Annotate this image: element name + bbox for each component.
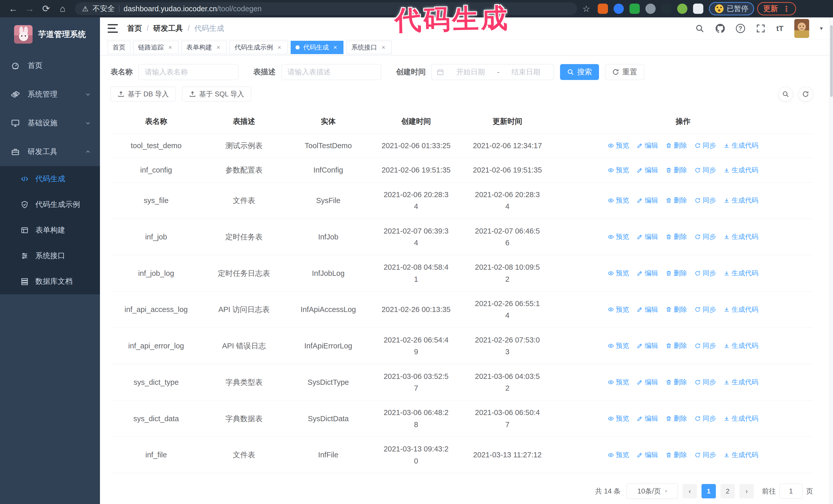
chevron-down-icon[interactable]: ▾ <box>820 25 823 32</box>
删除-link[interactable]: 删除 <box>666 268 687 279</box>
sidebar-subitem-表单构建[interactable]: 表单构建 <box>0 217 100 243</box>
help-icon[interactable]: ? <box>736 24 745 33</box>
预览-link[interactable]: 预览 <box>608 413 629 424</box>
预览-link[interactable]: 预览 <box>608 140 629 151</box>
同步-link[interactable]: 同步 <box>695 140 716 151</box>
import-db-button[interactable]: 基于 DB 导入 <box>111 87 176 101</box>
删除-link[interactable]: 删除 <box>666 140 687 151</box>
extension-icon[interactable] <box>645 4 656 14</box>
生成代码-link[interactable]: 生成代码 <box>723 413 758 424</box>
end-date-placeholder[interactable]: 结束日期 <box>503 67 548 77</box>
browser-menu-icon[interactable]: ⋮ <box>783 4 790 13</box>
预览-link[interactable]: 预览 <box>608 377 629 388</box>
删除-link[interactable]: 删除 <box>666 413 687 424</box>
close-icon[interactable]: × <box>215 44 222 51</box>
生成代码-link[interactable]: 生成代码 <box>723 140 758 151</box>
sidebar-item-系统管理[interactable]: 系统管理 <box>0 80 100 109</box>
生成代码-link[interactable]: 生成代码 <box>723 195 758 206</box>
close-icon[interactable]: × <box>332 44 339 51</box>
预览-link[interactable]: 预览 <box>608 232 629 242</box>
tab-表单构建[interactable]: 表单构建× <box>182 41 227 54</box>
page-button-1[interactable]: 1 <box>701 484 716 498</box>
同步-link[interactable]: 同步 <box>695 165 716 175</box>
编辑-link[interactable]: 编辑 <box>637 340 658 351</box>
goto-page-input[interactable] <box>780 484 803 499</box>
预览-link[interactable]: 预览 <box>608 165 629 175</box>
tab-链路追踪[interactable]: 链路追踪× <box>133 41 178 54</box>
extension-icon[interactable] <box>693 4 703 14</box>
table-desc-input[interactable] <box>281 64 381 80</box>
import-sql-button[interactable]: 基于 SQL 导入 <box>182 87 251 101</box>
同步-link[interactable]: 同步 <box>695 195 716 206</box>
删除-link[interactable]: 删除 <box>666 450 687 460</box>
tab-首页[interactable]: 首页 <box>108 41 130 54</box>
sidebar-subitem-数据库文档[interactable]: 数据库文档 <box>0 269 100 294</box>
extension-icon[interactable] <box>598 4 608 14</box>
预览-link[interactable]: 预览 <box>608 195 629 206</box>
编辑-link[interactable]: 编辑 <box>637 232 658 242</box>
prev-page-button[interactable]: ‹ <box>683 484 697 498</box>
tab-系统接口[interactable]: 系统接口× <box>347 41 391 54</box>
github-icon[interactable] <box>715 24 725 33</box>
search-icon[interactable] <box>695 24 705 33</box>
删除-link[interactable]: 删除 <box>666 165 687 175</box>
paused-badge[interactable]: 已暂停 <box>709 2 754 16</box>
app-logo[interactable]: 芋道管理系统 <box>0 18 100 51</box>
start-date-placeholder[interactable]: 开始日期 <box>448 67 493 77</box>
生成代码-link[interactable]: 生成代码 <box>723 268 758 279</box>
update-button[interactable]: 更新 ⋮ <box>757 2 796 16</box>
toggle-search-icon[interactable] <box>778 87 793 101</box>
编辑-link[interactable]: 编辑 <box>637 304 658 315</box>
breadcrumb-home[interactable]: 首页 <box>127 23 142 33</box>
sidebar-subitem-代码生成示例[interactable]: 代码生成示例 <box>0 192 100 217</box>
fullscreen-icon[interactable] <box>756 24 766 33</box>
extension-icon[interactable] <box>629 4 640 14</box>
预览-link[interactable]: 预览 <box>608 340 629 351</box>
编辑-link[interactable]: 编辑 <box>637 377 658 388</box>
生成代码-link[interactable]: 生成代码 <box>723 340 758 351</box>
预览-link[interactable]: 预览 <box>608 304 629 315</box>
date-range-picker[interactable]: 开始日期 - 结束日期 <box>431 64 554 80</box>
编辑-link[interactable]: 编辑 <box>637 140 658 151</box>
reload-icon[interactable]: ⟳ <box>40 0 53 17</box>
sidebar-item-基础设施[interactable]: 基础设施 <box>0 109 100 137</box>
生成代码-link[interactable]: 生成代码 <box>723 165 758 175</box>
编辑-link[interactable]: 编辑 <box>637 268 658 279</box>
生成代码-link[interactable]: 生成代码 <box>723 377 758 388</box>
预览-link[interactable]: 预览 <box>608 450 629 460</box>
page-size-select[interactable]: 10条/页 ▾ <box>627 483 678 499</box>
close-icon[interactable]: × <box>276 44 283 51</box>
forward-icon[interactable]: → <box>23 0 37 17</box>
删除-link[interactable]: 删除 <box>666 304 687 315</box>
hamburger-icon[interactable] <box>108 24 118 33</box>
同步-link[interactable]: 同步 <box>695 413 716 424</box>
search-button[interactable]: 搜索 <box>560 64 599 80</box>
breadcrumb-tools[interactable]: 研发工具 <box>153 23 183 33</box>
同步-link[interactable]: 同步 <box>695 268 716 279</box>
预览-link[interactable]: 预览 <box>608 268 629 279</box>
refresh-icon[interactable] <box>798 87 813 101</box>
sidebar-item-研发工具[interactable]: 研发工具 <box>0 137 100 166</box>
同步-link[interactable]: 同步 <box>695 450 716 460</box>
page-button-2[interactable]: 2 <box>720 484 735 498</box>
extension-icon[interactable] <box>677 4 687 14</box>
删除-link[interactable]: 删除 <box>666 340 687 351</box>
删除-link[interactable]: 删除 <box>666 195 687 206</box>
同步-link[interactable]: 同步 <box>695 340 716 351</box>
删除-link[interactable]: 删除 <box>666 377 687 388</box>
同步-link[interactable]: 同步 <box>695 232 716 242</box>
font-size-icon[interactable]: tT <box>776 24 784 33</box>
生成代码-link[interactable]: 生成代码 <box>723 450 758 460</box>
table-name-input[interactable] <box>138 64 238 80</box>
home-icon[interactable]: ⌂ <box>56 0 69 17</box>
sidebar-subitem-代码生成[interactable]: 代码生成 <box>0 166 100 192</box>
scrollbar-thumb[interactable] <box>830 25 833 97</box>
编辑-link[interactable]: 编辑 <box>637 195 658 206</box>
编辑-link[interactable]: 编辑 <box>637 165 658 175</box>
bookmark-star-icon[interactable]: ☆ <box>582 4 590 14</box>
tab-代码生成示例[interactable]: 代码生成示例× <box>230 41 288 54</box>
编辑-link[interactable]: 编辑 <box>637 450 658 460</box>
reset-button[interactable]: 重置 <box>605 64 644 80</box>
page-scrollbar[interactable] <box>829 18 833 504</box>
删除-link[interactable]: 删除 <box>666 232 687 242</box>
